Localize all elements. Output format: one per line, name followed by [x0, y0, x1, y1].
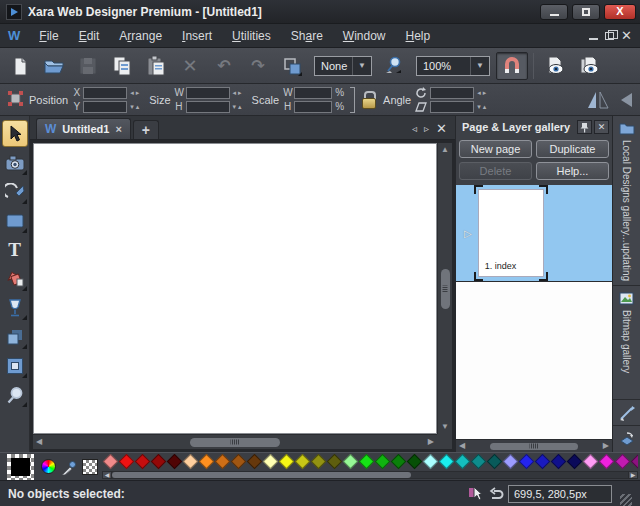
mdi-restore-icon[interactable]	[605, 32, 614, 40]
color-swatch[interactable]	[198, 454, 214, 470]
color-swatch[interactable]	[134, 454, 150, 470]
scale-h-input[interactable]	[294, 101, 332, 113]
palette-scroll-left-icon[interactable]: ◀	[102, 471, 112, 479]
gallery-scroll-thumb[interactable]	[490, 443, 578, 450]
undo-button[interactable]: ↶	[208, 52, 240, 80]
open-file-button[interactable]	[38, 52, 70, 80]
position-y-input[interactable]	[83, 101, 127, 113]
color-swatch[interactable]	[518, 454, 534, 470]
color-picker-button[interactable]	[60, 458, 77, 475]
no-color-swatch[interactable]	[82, 459, 98, 475]
preview-window-button[interactable]	[539, 52, 571, 80]
color-swatch[interactable]	[374, 454, 390, 470]
scroll-right-icon[interactable]: ▶	[600, 439, 612, 453]
xara-w-icon[interactable]: W	[8, 28, 20, 43]
color-swatch[interactable]	[182, 454, 198, 470]
tab-untitled1[interactable]: W Untitled1 ×	[36, 118, 131, 139]
scale-w-input[interactable]	[294, 87, 332, 99]
menu-item-file[interactable]: File	[30, 26, 67, 46]
color-swatch[interactable]	[326, 454, 342, 470]
tab-local-designs-gallery[interactable]: Local Designs gallery...updating	[613, 116, 640, 286]
duplicate-page-button[interactable]: Duplicate	[536, 140, 609, 158]
menu-item-window[interactable]: Window	[334, 26, 395, 46]
skew-input[interactable]	[430, 101, 474, 113]
next-document-icon[interactable]: ▹	[424, 124, 429, 134]
scroll-right-icon[interactable]: ▶	[425, 435, 437, 449]
photo-tool[interactable]	[2, 149, 28, 176]
live-drag-indicator[interactable]	[466, 486, 484, 502]
color-swatch[interactable]	[102, 454, 118, 470]
spinner-left-right-icon[interactable]: ◂▸	[130, 89, 141, 96]
text-tool[interactable]: T	[2, 236, 28, 263]
line-width-select[interactable]: None ▼	[314, 56, 372, 76]
angle-input[interactable]	[430, 87, 474, 99]
palette-scroll-thumb[interactable]	[112, 472, 411, 478]
spinner-left-right-icon[interactable]: ◂▸	[233, 89, 244, 96]
vertical-scrollbar[interactable]: ▲ ▼	[437, 143, 452, 434]
palette-scroll-right-icon[interactable]: ▶	[628, 471, 638, 479]
color-swatch[interactable]	[278, 454, 294, 470]
color-swatch[interactable]	[630, 454, 638, 470]
position-x-input[interactable]	[83, 87, 127, 99]
delete-page-button[interactable]: Delete	[459, 162, 532, 180]
menu-item-arrange[interactable]: Arrange	[110, 26, 171, 46]
current-color-swatch[interactable]	[7, 454, 34, 480]
flip-3d-panel-button[interactable]	[613, 426, 640, 452]
horizontal-scrollbar[interactable]: ◀ ▶	[33, 434, 437, 449]
color-swatch[interactable]	[294, 454, 310, 470]
fill-tool[interactable]	[2, 265, 28, 292]
scroll-left-icon[interactable]: ◀	[456, 439, 468, 453]
shape-editor-tool[interactable]	[2, 178, 28, 205]
spinner-left-right-icon[interactable]: ◂▸	[477, 89, 488, 96]
flip-vertical-icon[interactable]	[618, 91, 634, 109]
spinner-up-down-icon[interactable]: ▾▴	[477, 103, 488, 110]
canvas-page[interactable]	[33, 143, 437, 434]
spinner-up-down-icon[interactable]: ▾▴	[130, 103, 141, 110]
snap-indicator[interactable]	[487, 486, 505, 502]
palette-scrollbar[interactable]: ◀ ▶	[102, 471, 638, 480]
shadow-tool[interactable]	[2, 323, 28, 350]
paste-button[interactable]	[140, 52, 172, 80]
color-swatch[interactable]	[598, 454, 614, 470]
color-swatch[interactable]	[422, 454, 438, 470]
zoom-level-select[interactable]: 100% ▼	[416, 56, 490, 76]
flip-horizontal-icon[interactable]	[586, 91, 610, 109]
share-panel-button[interactable]	[613, 400, 640, 426]
menu-item-share[interactable]: Share	[282, 26, 332, 46]
bevel-tool[interactable]	[2, 352, 28, 379]
color-swatch[interactable]	[358, 454, 374, 470]
color-swatch[interactable]	[614, 454, 630, 470]
menu-item-insert[interactable]: Insert	[173, 26, 221, 46]
preview-browser-button[interactable]	[573, 52, 605, 80]
close-button[interactable]: X	[604, 4, 636, 20]
size-w-input[interactable]	[186, 87, 230, 99]
prev-document-icon[interactable]: ◃	[412, 124, 417, 134]
menu-item-help[interactable]: Help	[397, 26, 440, 46]
maximize-button[interactable]	[572, 4, 600, 20]
close-gallery-button[interactable]: ✕	[594, 120, 609, 134]
color-swatch[interactable]	[438, 454, 454, 470]
spinner-up-down-icon[interactable]: ▾▴	[233, 103, 244, 110]
color-swatch[interactable]	[550, 454, 566, 470]
color-swatch[interactable]	[262, 454, 278, 470]
color-swatch[interactable]	[454, 454, 470, 470]
color-editor-button[interactable]	[40, 458, 57, 475]
color-swatch[interactable]	[470, 454, 486, 470]
scroll-down-icon[interactable]: ▼	[438, 420, 452, 434]
color-swatch[interactable]	[310, 454, 326, 470]
snap-to-objects-button[interactable]	[496, 52, 528, 80]
copy-button[interactable]	[106, 52, 138, 80]
color-swatch[interactable]	[406, 454, 422, 470]
selector-tool[interactable]	[2, 120, 28, 147]
color-swatch[interactable]	[150, 454, 166, 470]
page-thumbnail[interactable]: 1. index	[478, 189, 544, 277]
rectangle-tool[interactable]	[2, 207, 28, 234]
mdi-close-icon[interactable]: ✕	[621, 29, 632, 42]
duplicate-button[interactable]	[276, 52, 308, 80]
scroll-up-icon[interactable]: ▲	[438, 143, 452, 157]
new-tab-button[interactable]: +	[133, 120, 159, 139]
gallery-list-area[interactable]	[456, 281, 612, 439]
color-swatch[interactable]	[214, 454, 230, 470]
horizontal-scroll-thumb[interactable]	[190, 438, 280, 447]
save-button[interactable]	[72, 52, 104, 80]
